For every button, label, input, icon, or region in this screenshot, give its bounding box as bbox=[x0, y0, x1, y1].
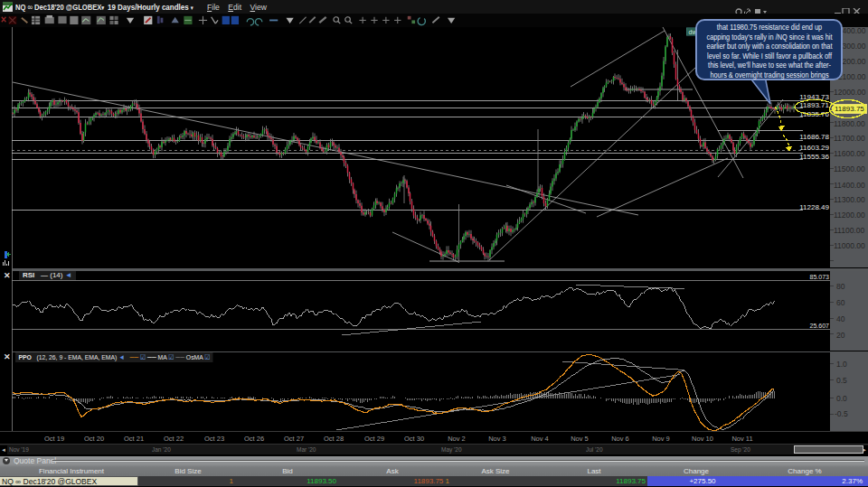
svg-text:1.0: 1.0 bbox=[836, 360, 847, 369]
svg-text:11686.78: 11686.78 bbox=[799, 133, 829, 141]
svg-text:0.5: 0.5 bbox=[836, 376, 847, 385]
svg-text:11300.00: 11300.00 bbox=[834, 195, 865, 204]
svg-text:11100.00: 11100.00 bbox=[834, 226, 864, 235]
svg-text:11603.29: 11603.29 bbox=[799, 144, 829, 152]
svg-text:25.607: 25.607 bbox=[810, 323, 830, 329]
svg-text:0.0: 0.0 bbox=[836, 394, 847, 403]
svg-text:11893.71: 11893.71 bbox=[799, 101, 829, 109]
svg-text:-0.5: -0.5 bbox=[835, 409, 848, 418]
svg-text:20: 20 bbox=[836, 331, 845, 340]
svg-text:11500.00: 11500.00 bbox=[834, 164, 865, 173]
svg-text:11400.00: 11400.00 bbox=[834, 181, 865, 190]
svg-text:11000.00: 11000.00 bbox=[834, 241, 865, 250]
svg-text:11800.00: 11800.00 bbox=[834, 119, 865, 128]
svg-text:60: 60 bbox=[836, 298, 845, 307]
svg-text:11555.36: 11555.36 bbox=[799, 153, 829, 161]
svg-text:11228.49: 11228.49 bbox=[799, 203, 829, 211]
svg-text:11893.75: 11893.75 bbox=[835, 105, 864, 113]
svg-text:80: 80 bbox=[836, 282, 845, 291]
svg-text:11700.00: 11700.00 bbox=[834, 134, 865, 143]
svg-text:11600.00: 11600.00 bbox=[834, 149, 865, 158]
svg-text:11200.00: 11200.00 bbox=[834, 211, 865, 220]
svg-text:40: 40 bbox=[836, 314, 845, 323]
svg-text:12000.00: 12000.00 bbox=[834, 88, 866, 97]
svg-text:85.073: 85.073 bbox=[810, 274, 830, 280]
